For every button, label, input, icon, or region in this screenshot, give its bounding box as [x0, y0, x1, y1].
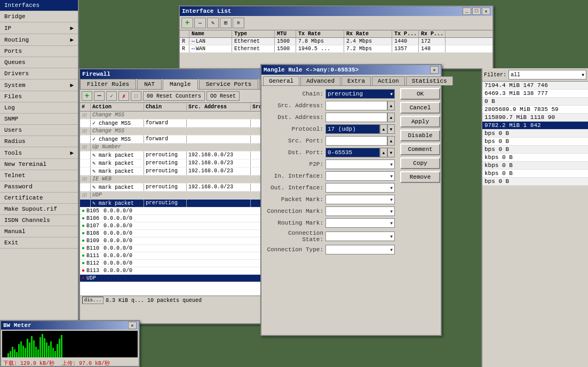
protocol-scroll-up[interactable]: ▲ — [380, 124, 387, 134]
mangle-close-btn[interactable]: ✕ — [430, 66, 439, 74]
connection-state-row: Connection State: ▼ — [265, 230, 395, 243]
dst-address-input[interactable] — [325, 113, 387, 122]
sidebar-item-certificate[interactable]: Certificate — [0, 193, 78, 204]
comment-button[interactable]: Comment — [400, 143, 440, 155]
dis-button[interactable]: dis... — [82, 297, 104, 304]
data-row-6-selected[interactable]: 9782.2 MiB 1 842 — [482, 122, 588, 130]
src-port-input[interactable] — [325, 136, 387, 146]
dst-port-scroll-up[interactable]: ▲ — [380, 148, 387, 157]
data-row-13[interactable]: bps 0 B — [482, 178, 588, 186]
minus-btn[interactable]: — — [194, 18, 206, 28]
mangle-content: Chain: prerouting ▼ Src. Address: ▲ Dst.… — [261, 86, 441, 258]
tab-mangle[interactable]: Mangle — [163, 79, 198, 90]
connection-type-dropdown[interactable]: ▼ — [325, 245, 395, 254]
sidebar-item-manual[interactable]: Manual — [0, 226, 78, 237]
protocol-input[interactable]: 17 (udp) — [325, 124, 380, 134]
tab-extra[interactable]: Extra — [341, 76, 371, 85]
sidebar-item-users[interactable]: Users — [0, 125, 78, 136]
bw-meter-titlebar[interactable]: BW Meter ✕ — [1, 321, 139, 330]
sidebar-item-make-supout[interactable]: Make Supout.rif — [0, 204, 78, 215]
tab-general[interactable]: General — [263, 76, 299, 85]
sidebar-item-interfaces[interactable]: Interfaces — [0, 0, 78, 11]
tab-filter-rules[interactable]: Filter Rules — [80, 79, 136, 89]
out-interface-dropdown[interactable]: ▼ — [325, 183, 395, 193]
fw-minus-btn[interactable]: − — [94, 91, 105, 101]
packet-mark-dropdown[interactable]: ▼ — [325, 195, 395, 204]
data-row-7[interactable]: bps 0 B — [482, 130, 588, 138]
interface-list-titlebar[interactable]: Interface List _ □ ✕ — [180, 6, 492, 16]
copy-btn[interactable]: ⊞ — [220, 18, 232, 28]
disable-button[interactable]: Disable — [400, 130, 440, 141]
src-address-scroll-up[interactable]: ▲ — [387, 101, 395, 110]
tab-action[interactable]: Action — [372, 76, 405, 85]
tab-service-ports[interactable]: Service Ports — [199, 79, 259, 89]
sidebar-item-tools[interactable]: Tools ▶ — [0, 147, 78, 159]
sidebar-item-routing[interactable]: Routing ▶ — [0, 34, 78, 46]
ok-button[interactable]: OK — [400, 88, 440, 100]
data-row-11[interactable]: kbps 0 B — [482, 162, 588, 170]
add-btn[interactable]: + — [181, 18, 193, 28]
sort-btn[interactable]: ≡ — [233, 18, 244, 28]
mangle-titlebar[interactable]: Mangle Rule <->any:0-65535> ✕ — [261, 65, 441, 75]
close-btn[interactable]: ✕ — [482, 7, 490, 15]
tab-statistics[interactable]: Statistics — [406, 76, 453, 85]
data-row-12[interactable]: kbps 0 B — [482, 170, 588, 178]
sidebar-item-files[interactable]: Files — [0, 91, 78, 102]
sidebar-item-ports[interactable]: Ports — [0, 46, 78, 57]
sidebar-item-system[interactable]: System ▶ — [0, 79, 78, 91]
reset-btn2[interactable]: OO Reset — [206, 91, 240, 101]
in-interface-dropdown[interactable]: ▼ — [325, 171, 395, 181]
minimize-btn[interactable]: _ — [463, 7, 471, 15]
data-row-10[interactable]: kbps 0 B — [482, 154, 588, 162]
connection-mark-dropdown[interactable]: ▼ — [325, 206, 395, 216]
tab-advanced[interactable]: Advanced — [300, 76, 340, 85]
bw-meter-window: BW Meter ✕ 下载: 129.0 kB/秒 上传: — [0, 320, 140, 367]
sidebar-item-log[interactable]: Log — [0, 102, 78, 114]
data-row-2[interactable]: 6469.3 MiB 138 777 — [482, 90, 588, 98]
data-row-9[interactable]: bps 0 B — [482, 146, 588, 154]
protocol-dropdown[interactable]: ▼ — [387, 124, 395, 134]
src-address-input[interactable] — [325, 101, 387, 110]
routing-mark-row: Routing Mark: ▼ — [265, 218, 395, 228]
filter-dropdown[interactable]: all ▼ — [508, 70, 586, 79]
data-row-3[interactable]: 0 B — [482, 98, 588, 106]
sidebar-item-password[interactable]: Password — [0, 181, 78, 193]
fw-x-btn[interactable]: ✗ — [118, 91, 129, 101]
dst-port-input[interactable]: 0-65535 — [325, 148, 380, 157]
sidebar-item-new-terminal[interactable]: New Terminal — [0, 159, 78, 170]
sidebar-item-telnet[interactable]: Telnet — [0, 170, 78, 181]
sidebar-item-isdn[interactable]: ISDN Channels — [0, 215, 78, 226]
routing-mark-dropdown[interactable]: ▼ — [325, 218, 395, 228]
copy-button[interactable]: Copy — [400, 157, 440, 169]
interface-row-lan[interactable]: R ↔LAN Ethernet 1500 7.8 Mbps 2.4 Mbps 1… — [180, 38, 492, 45]
fw-add-btn[interactable]: + — [82, 91, 92, 101]
reset-counters-btn[interactable]: 00 Reset Counters — [143, 91, 205, 101]
sidebar-item-exit[interactable]: Exit — [0, 237, 78, 249]
data-row-1[interactable]: 7194.4 MiB 147 746 — [482, 82, 588, 90]
sidebar-item-radius[interactable]: Radius — [0, 136, 78, 147]
sidebar-item-drivers[interactable]: Drivers — [0, 68, 78, 79]
chain-dropdown[interactable]: prerouting ▼ — [325, 89, 395, 99]
dst-port-scroll-down[interactable]: ▼ — [387, 148, 395, 157]
remove-button[interactable]: Remove — [400, 171, 440, 183]
sidebar-item-snmp[interactable]: SNMP — [0, 114, 78, 125]
sidebar-item-ip[interactable]: IP ▶ — [0, 22, 78, 34]
dst-address-scroll-up[interactable]: ▲ — [387, 113, 395, 122]
bw-close-btn[interactable]: ✕ — [128, 322, 137, 329]
connection-state-dropdown[interactable]: ▼ — [325, 232, 395, 241]
sidebar-item-bridge[interactable]: Bridge — [0, 11, 78, 22]
tab-nat[interactable]: NAT — [137, 79, 162, 89]
apply-button[interactable]: Apply — [400, 116, 440, 127]
maximize-btn[interactable]: □ — [472, 7, 481, 15]
cancel-button[interactable]: Cancel — [400, 102, 440, 114]
fw-copy-btn[interactable]: □ — [131, 91, 141, 101]
src-port-scroll-up[interactable]: ▲ — [387, 136, 395, 146]
interface-row-wan[interactable]: R ↔WAN Ethernet 1500 1940.5 ... 7.2 Mbps… — [180, 45, 492, 53]
sidebar-item-queues[interactable]: Queues — [0, 57, 78, 68]
edit-btn[interactable]: ✎ — [207, 18, 219, 28]
data-row-8[interactable]: bps 0 B — [482, 138, 588, 146]
p2p-dropdown[interactable]: ▼ — [325, 159, 395, 169]
data-row-4[interactable]: 2805689.9 MiB 7835 59 — [482, 106, 588, 114]
data-row-5[interactable]: 115890.7 MiB 1118 90 — [482, 114, 588, 122]
fw-check-btn[interactable]: ✓ — [106, 91, 117, 101]
